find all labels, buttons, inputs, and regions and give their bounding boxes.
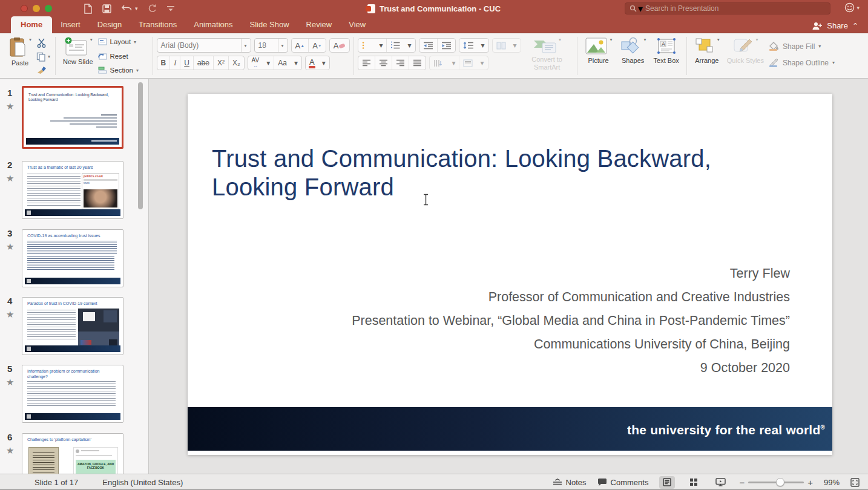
window-controls[interactable] (21, 5, 52, 12)
slide-thumbnail-2[interactable]: Trust as a thematic of last 20 years pol… (22, 161, 123, 219)
picture-dropdown-icon[interactable]: ▾ (610, 37, 613, 42)
ribbon-divider (686, 37, 687, 75)
cut-icon[interactable] (36, 38, 47, 48)
minimize-window-button[interactable] (33, 5, 40, 12)
shrink-font-button[interactable]: A▼ (309, 39, 326, 52)
font-size-select[interactable]: 18 ▾ (254, 38, 288, 53)
tab-review[interactable]: Review (298, 16, 341, 33)
format-painter-icon[interactable] (36, 65, 47, 74)
collapse-ribbon-icon[interactable]: ⌃ (852, 22, 858, 30)
redo-icon[interactable] (148, 4, 157, 13)
quick-styles-icon (732, 37, 753, 55)
shapes-dropdown-icon[interactable]: ▾ (644, 37, 646, 42)
thumbnail-scrollbar[interactable] (138, 82, 143, 209)
text-direction-button[interactable] (430, 56, 448, 70)
tab-home[interactable]: Home (11, 16, 52, 33)
normal-view-button[interactable] (659, 476, 675, 489)
slide-canvas[interactable]: Trust and Communication: Looking Backwar… (188, 94, 832, 455)
grow-font-button[interactable]: A▲ (292, 39, 309, 52)
reset-button[interactable]: Reset (98, 53, 148, 60)
paste-button[interactable]: ▾ Paste (5, 36, 35, 76)
fit-slide-to-window-icon[interactable] (850, 478, 860, 487)
section-button[interactable]: Section ▾ (98, 67, 148, 74)
arrange-dropdown-icon[interactable]: ▾ (717, 37, 720, 42)
slide-thumbnail-1[interactable]: Trust and Communication: Looking Backwar… (22, 86, 123, 149)
italic-button[interactable]: I (170, 56, 180, 70)
zoom-in-button[interactable]: + (807, 477, 813, 488)
align-left-button[interactable] (358, 56, 375, 70)
slide-thumbnail-6[interactable]: Challenges to 'platform capitalism' AMAZ… (22, 433, 123, 474)
slide-thumbnail-5[interactable]: Information problem or communication cha… (22, 365, 123, 423)
copy-dropdown-icon[interactable]: ▾ (48, 54, 50, 59)
undo-dropdown-icon[interactable]: ▾ (135, 5, 138, 11)
language-setting[interactable]: English (United States) (102, 478, 183, 487)
shapes-button[interactable]: ▾ Shapes (616, 36, 650, 76)
notes-toggle[interactable]: Notes (553, 478, 587, 487)
comments-icon (597, 478, 607, 486)
picture-button[interactable]: ▾ Picture (581, 36, 616, 76)
zoom-slider[interactable] (748, 482, 804, 483)
zoom-slider-knob[interactable] (776, 478, 784, 486)
strikethrough-button[interactable]: abe (194, 56, 213, 70)
tab-design[interactable]: Design (89, 16, 130, 33)
shape-outline-icon (769, 58, 779, 67)
slideshow-view-button[interactable] (712, 476, 728, 489)
new-slide-button[interactable]: ▾ New Slide (59, 36, 97, 76)
align-text-button[interactable] (459, 56, 476, 70)
copy-icon[interactable] (36, 52, 46, 62)
slide-title[interactable]: Trust and Communication: Looking Backwar… (212, 145, 781, 201)
subscript-button[interactable]: X₂ (229, 56, 244, 70)
shape-outline-button[interactable]: Shape Outline ▾ (769, 58, 844, 67)
tab-insert[interactable]: Insert (52, 16, 89, 33)
subtitle-line: 9 October 2020 (227, 356, 790, 380)
close-window-button[interactable] (21, 5, 28, 12)
numbering-button[interactable] (387, 39, 404, 52)
bold-button[interactable]: B (157, 56, 170, 70)
slide-footer-bar: the university for the real world® (188, 407, 832, 451)
align-right-button[interactable] (392, 56, 409, 70)
new-slide-dropdown-icon[interactable]: ▾ (90, 37, 93, 42)
layout-button[interactable]: Layout ▾ (98, 38, 148, 45)
convert-smartart-button[interactable]: ▾ Convert to SmartArt (521, 36, 573, 76)
save-icon[interactable] (102, 4, 111, 13)
tab-view[interactable]: View (340, 16, 374, 33)
search-input[interactable]: ▾ Search in Presentation (625, 2, 830, 15)
paste-dropdown-icon[interactable]: ▾ (29, 37, 31, 42)
undo-icon[interactable] (121, 4, 133, 13)
slide-thumbnail-4[interactable]: Paradox of trust in COVID-19 context (22, 297, 123, 355)
increase-indent-button[interactable] (438, 39, 455, 52)
tab-animations[interactable]: Animations (185, 16, 241, 33)
character-spacing-button[interactable]: AV ↔ (248, 56, 263, 70)
change-case-button[interactable]: Aa (274, 56, 291, 70)
columns-button[interactable] (493, 39, 510, 52)
tab-transitions[interactable]: Transitions (130, 16, 185, 33)
font-color-button[interactable]: A (306, 56, 318, 70)
bullets-button[interactable] (358, 39, 375, 52)
slide-subtitle[interactable]: Terry Flew Professor of Communication an… (227, 262, 790, 380)
slide-sorter-view-button[interactable] (686, 476, 702, 489)
zoom-out-button[interactable]: − (739, 477, 745, 488)
slide-thumbnail-3[interactable]: COVID-19 as accentuating trust issues (22, 229, 123, 287)
justify-button[interactable] (409, 56, 426, 70)
comments-toggle[interactable]: Comments (597, 478, 649, 487)
zoom-window-button[interactable] (45, 5, 52, 12)
decrease-indent-button[interactable] (419, 39, 437, 52)
align-center-button[interactable] (375, 56, 392, 70)
share-button[interactable]: Share ⌃ (812, 21, 868, 33)
search-scope-chevron-icon[interactable]: ▾ (638, 3, 643, 15)
underline-button[interactable]: U (180, 56, 193, 70)
quick-styles-button[interactable]: ▾ Quick Styles (723, 36, 768, 76)
textbox-button[interactable]: A Text Box (650, 36, 683, 76)
section-dropdown-icon: ▾ (136, 68, 139, 73)
superscript-button[interactable]: X² (214, 56, 228, 70)
shape-fill-button[interactable]: Shape Fill ▾ (769, 42, 844, 51)
tab-slide-show[interactable]: Slide Show (242, 16, 298, 33)
customize-toolbar-icon[interactable] (166, 5, 175, 11)
font-name-select[interactable]: Arial (Body) ▾ (157, 38, 251, 53)
zoom-percent[interactable]: 99% (824, 478, 840, 487)
feedback-control[interactable]: ▾ (844, 2, 860, 13)
line-spacing-button[interactable] (459, 39, 478, 52)
arrange-button[interactable]: ▾ Arrange (691, 36, 723, 76)
new-document-icon[interactable] (84, 4, 93, 14)
clear-formatting-button[interactable]: A (330, 39, 350, 52)
